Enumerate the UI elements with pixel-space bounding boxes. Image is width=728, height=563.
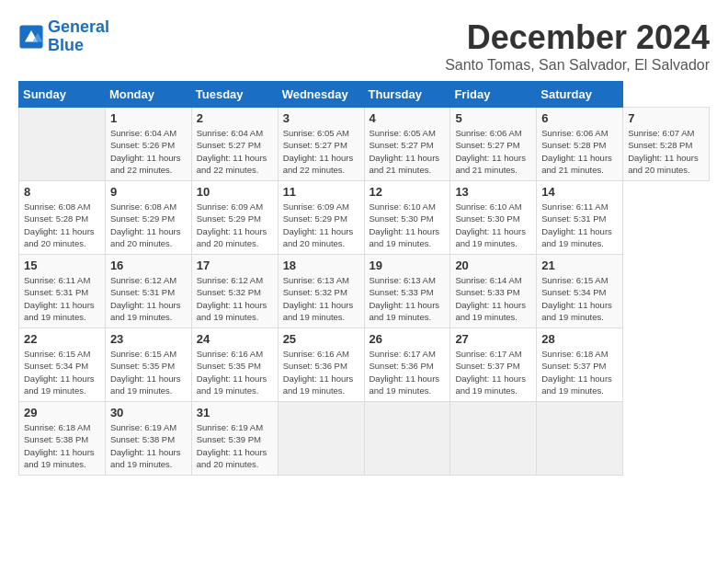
day-number: 25 bbox=[283, 332, 359, 346]
day-number: 8 bbox=[24, 185, 100, 199]
day-cell: 4 Sunrise: 6:05 AM Sunset: 5:27 PM Dayli… bbox=[364, 108, 450, 181]
day-cell: 29 Sunrise: 6:18 AM Sunset: 5:38 PM Dayl… bbox=[19, 402, 106, 476]
day-cell: 21 Sunrise: 6:15 AM Sunset: 5:34 PM Dayl… bbox=[537, 255, 623, 328]
day-number: 14 bbox=[541, 185, 618, 199]
day-number: 2 bbox=[197, 111, 273, 125]
day-cell: 26 Sunrise: 6:17 AM Sunset: 5:36 PM Dayl… bbox=[364, 328, 450, 402]
day-cell bbox=[19, 108, 106, 181]
day-number: 29 bbox=[24, 406, 100, 419]
day-info: Sunrise: 6:13 AM Sunset: 5:33 PM Dayligh… bbox=[370, 274, 446, 323]
day-cell: 28 Sunrise: 6:18 AM Sunset: 5:37 PM Dayl… bbox=[537, 328, 623, 402]
day-cell: 20 Sunrise: 6:14 AM Sunset: 5:33 PM Dayl… bbox=[450, 255, 537, 328]
day-info: Sunrise: 6:10 AM Sunset: 5:30 PM Dayligh… bbox=[370, 201, 446, 249]
day-cell: 3 Sunrise: 6:05 AM Sunset: 5:27 PM Dayli… bbox=[278, 108, 364, 181]
page-header: General Blue December 2024 Santo Tomas, … bbox=[18, 18, 710, 74]
day-info: Sunrise: 6:17 AM Sunset: 5:36 PM Dayligh… bbox=[370, 348, 446, 396]
day-cell bbox=[450, 402, 537, 476]
day-cell: 5 Sunrise: 6:06 AM Sunset: 5:27 PM Dayli… bbox=[450, 108, 537, 181]
day-cell: 27 Sunrise: 6:17 AM Sunset: 5:37 PM Dayl… bbox=[450, 328, 537, 402]
day-number: 20 bbox=[455, 259, 531, 272]
day-number: 6 bbox=[541, 111, 618, 125]
day-info: Sunrise: 6:14 AM Sunset: 5:33 PM Dayligh… bbox=[455, 274, 531, 323]
day-cell: 15 Sunrise: 6:11 AM Sunset: 5:31 PM Dayl… bbox=[19, 255, 106, 328]
day-cell: 12 Sunrise: 6:10 AM Sunset: 5:30 PM Dayl… bbox=[364, 181, 450, 255]
day-cell: 9 Sunrise: 6:08 AM Sunset: 5:29 PM Dayli… bbox=[105, 181, 191, 255]
day-info: Sunrise: 6:05 AM Sunset: 5:27 PM Dayligh… bbox=[283, 127, 359, 176]
day-info: Sunrise: 6:15 AM Sunset: 5:34 PM Dayligh… bbox=[541, 274, 618, 323]
month-title: December 2024 bbox=[445, 18, 710, 57]
day-info: Sunrise: 6:08 AM Sunset: 5:28 PM Dayligh… bbox=[24, 201, 100, 249]
day-number: 18 bbox=[283, 259, 359, 272]
day-info: Sunrise: 6:13 AM Sunset: 5:32 PM Dayligh… bbox=[283, 274, 359, 323]
week-row-0: 1 Sunrise: 6:04 AM Sunset: 5:26 PM Dayli… bbox=[19, 108, 710, 181]
day-info: Sunrise: 6:12 AM Sunset: 5:31 PM Dayligh… bbox=[110, 274, 187, 323]
day-cell: 7 Sunrise: 6:07 AM Sunset: 5:28 PM Dayli… bbox=[623, 108, 710, 181]
day-number: 26 bbox=[370, 332, 446, 346]
day-number: 11 bbox=[283, 185, 359, 199]
calendar-table: SundayMondayTuesdayWednesdayThursdayFrid… bbox=[18, 81, 710, 476]
day-number: 22 bbox=[24, 332, 100, 346]
day-number: 9 bbox=[110, 185, 187, 199]
week-row-2: 15 Sunrise: 6:11 AM Sunset: 5:31 PM Dayl… bbox=[19, 255, 710, 328]
day-cell: 22 Sunrise: 6:15 AM Sunset: 5:34 PM Dayl… bbox=[19, 328, 106, 402]
day-info: Sunrise: 6:04 AM Sunset: 5:26 PM Dayligh… bbox=[110, 127, 187, 176]
day-info: Sunrise: 6:16 AM Sunset: 5:35 PM Dayligh… bbox=[197, 348, 273, 396]
header-cell-friday: Friday bbox=[450, 82, 537, 108]
week-row-4: 29 Sunrise: 6:18 AM Sunset: 5:38 PM Dayl… bbox=[19, 402, 710, 476]
day-number: 7 bbox=[628, 111, 704, 125]
day-cell: 31 Sunrise: 6:19 AM Sunset: 5:39 PM Dayl… bbox=[191, 402, 278, 476]
day-info: Sunrise: 6:10 AM Sunset: 5:30 PM Dayligh… bbox=[455, 201, 531, 249]
header-cell-monday: Monday bbox=[105, 82, 191, 108]
day-number: 17 bbox=[197, 259, 273, 272]
header-cell-saturday: Saturday bbox=[537, 82, 623, 108]
day-info: Sunrise: 6:06 AM Sunset: 5:28 PM Dayligh… bbox=[541, 127, 618, 176]
day-number: 12 bbox=[370, 185, 446, 199]
day-number: 28 bbox=[541, 332, 618, 346]
header-cell-thursday: Thursday bbox=[364, 82, 450, 108]
day-cell bbox=[364, 402, 450, 476]
day-cell bbox=[278, 402, 364, 476]
day-cell bbox=[537, 402, 623, 476]
header-row: SundayMondayTuesdayWednesdayThursdayFrid… bbox=[19, 82, 710, 108]
header-cell-wednesday: Wednesday bbox=[278, 82, 364, 108]
day-number: 5 bbox=[455, 111, 531, 125]
day-number: 24 bbox=[197, 332, 273, 346]
day-info: Sunrise: 6:18 AM Sunset: 5:38 PM Dayligh… bbox=[24, 421, 100, 470]
day-cell: 10 Sunrise: 6:09 AM Sunset: 5:29 PM Dayl… bbox=[191, 181, 278, 255]
day-cell: 18 Sunrise: 6:13 AM Sunset: 5:32 PM Dayl… bbox=[278, 255, 364, 328]
day-info: Sunrise: 6:12 AM Sunset: 5:32 PM Dayligh… bbox=[197, 274, 273, 323]
week-row-1: 8 Sunrise: 6:08 AM Sunset: 5:28 PM Dayli… bbox=[19, 181, 710, 255]
day-cell: 25 Sunrise: 6:16 AM Sunset: 5:36 PM Dayl… bbox=[278, 328, 364, 402]
header-cell-tuesday: Tuesday bbox=[191, 82, 278, 108]
day-info: Sunrise: 6:08 AM Sunset: 5:29 PM Dayligh… bbox=[110, 201, 187, 249]
day-info: Sunrise: 6:07 AM Sunset: 5:28 PM Dayligh… bbox=[628, 127, 704, 176]
day-info: Sunrise: 6:15 AM Sunset: 5:35 PM Dayligh… bbox=[110, 348, 187, 396]
day-number: 3 bbox=[283, 111, 359, 125]
day-cell: 23 Sunrise: 6:15 AM Sunset: 5:35 PM Dayl… bbox=[105, 328, 191, 402]
day-info: Sunrise: 6:11 AM Sunset: 5:31 PM Dayligh… bbox=[24, 274, 100, 323]
day-info: Sunrise: 6:05 AM Sunset: 5:27 PM Dayligh… bbox=[370, 127, 446, 176]
day-number: 30 bbox=[110, 406, 187, 419]
day-cell: 8 Sunrise: 6:08 AM Sunset: 5:28 PM Dayli… bbox=[19, 181, 106, 255]
day-number: 23 bbox=[110, 332, 187, 346]
day-number: 27 bbox=[455, 332, 531, 346]
day-info: Sunrise: 6:09 AM Sunset: 5:29 PM Dayligh… bbox=[283, 201, 359, 249]
day-number: 15 bbox=[24, 259, 100, 272]
day-info: Sunrise: 6:11 AM Sunset: 5:31 PM Dayligh… bbox=[541, 201, 618, 249]
day-cell: 16 Sunrise: 6:12 AM Sunset: 5:31 PM Dayl… bbox=[105, 255, 191, 328]
day-number: 13 bbox=[455, 185, 531, 199]
day-cell: 2 Sunrise: 6:04 AM Sunset: 5:27 PM Dayli… bbox=[191, 108, 278, 181]
day-cell: 14 Sunrise: 6:11 AM Sunset: 5:31 PM Dayl… bbox=[537, 181, 623, 255]
logo-icon bbox=[18, 24, 44, 50]
day-info: Sunrise: 6:09 AM Sunset: 5:29 PM Dayligh… bbox=[197, 201, 273, 249]
week-row-3: 22 Sunrise: 6:15 AM Sunset: 5:34 PM Dayl… bbox=[19, 328, 710, 402]
day-number: 1 bbox=[110, 111, 187, 125]
location: Santo Tomas, San Salvador, El Salvador bbox=[445, 57, 710, 74]
day-info: Sunrise: 6:19 AM Sunset: 5:38 PM Dayligh… bbox=[110, 421, 187, 470]
day-cell: 19 Sunrise: 6:13 AM Sunset: 5:33 PM Dayl… bbox=[364, 255, 450, 328]
logo: General Blue bbox=[18, 18, 109, 55]
day-number: 16 bbox=[110, 259, 187, 272]
day-info: Sunrise: 6:15 AM Sunset: 5:34 PM Dayligh… bbox=[24, 348, 100, 396]
day-number: 10 bbox=[197, 185, 273, 199]
day-info: Sunrise: 6:19 AM Sunset: 5:39 PM Dayligh… bbox=[197, 421, 273, 470]
